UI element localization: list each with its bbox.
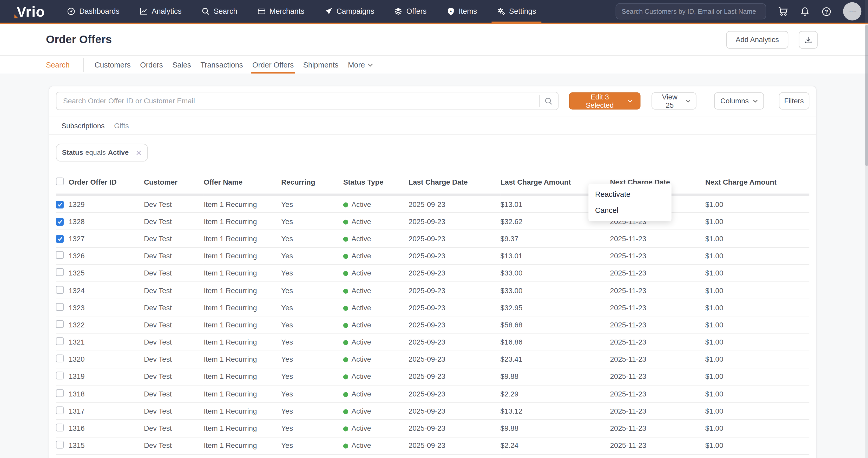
tab-subscriptions[interactable]: Subscriptions	[61, 122, 104, 130]
cell-checkbox[interactable]	[56, 212, 69, 230]
row-checkbox[interactable]	[56, 251, 64, 259]
row-checkbox[interactable]	[56, 218, 64, 226]
cell-checkbox[interactable]	[56, 402, 69, 420]
nav-item-settings[interactable]: Settings	[497, 0, 536, 23]
row-checkbox[interactable]	[56, 389, 64, 397]
cell-checkbox[interactable]	[56, 299, 69, 316]
row-checkbox[interactable]	[56, 441, 64, 449]
columns-button[interactable]: Columns	[714, 92, 764, 109]
scrollbar-thumb[interactable]	[865, 25, 868, 166]
row-checkbox[interactable]	[56, 424, 64, 431]
notifications-bell-icon[interactable]	[800, 6, 810, 16]
column-header-recurring[interactable]: Recurring	[281, 170, 343, 195]
edit-selected-button[interactable]: Edit 3 Selected	[569, 92, 640, 109]
cell-checkbox[interactable]	[56, 454, 69, 458]
cell-next-charge-amount: $1.00	[705, 195, 809, 213]
user-avatar[interactable]: 160×160	[843, 2, 861, 21]
offers-icon	[394, 7, 403, 15]
cell-checkbox[interactable]	[56, 230, 69, 247]
table-row[interactable]: 1328Dev TestItem 1 RecurringYesActive202…	[56, 212, 809, 230]
view-count-button[interactable]: View 25	[652, 92, 697, 109]
tab-gifts[interactable]: Gifts	[114, 122, 129, 130]
row-checkbox[interactable]	[56, 286, 64, 293]
cell-last-charge-amount: $32.95	[500, 299, 610, 316]
tab-order-offers[interactable]: Order Offers	[252, 56, 294, 73]
subnav-search-link[interactable]: Search	[46, 61, 70, 69]
filters-button[interactable]: Filters	[779, 92, 809, 109]
cell-checkbox[interactable]	[56, 437, 69, 454]
row-checkbox[interactable]	[56, 303, 64, 311]
tab-transactions[interactable]: Transactions	[200, 56, 243, 73]
column-header-status-type[interactable]: Status Type	[343, 170, 408, 195]
cell-order-offer-id: 1325	[69, 265, 144, 282]
help-icon[interactable]: ?	[822, 6, 831, 16]
global-search-input[interactable]	[616, 3, 766, 20]
column-header-offer-name[interactable]: Offer Name	[204, 170, 281, 195]
brand-logo[interactable]: Vrio	[17, 4, 45, 19]
select-all-checkbox[interactable]	[56, 177, 64, 185]
table-row[interactable]: 1316Dev TestItem 1 RecurringYesActive202…	[56, 420, 809, 437]
tab-shipments[interactable]: Shipments	[303, 56, 339, 73]
nav-item-items[interactable]: ★ Items	[446, 0, 477, 23]
nav-label: Dashboards	[79, 7, 120, 15]
menu-item-cancel[interactable]: Cancel	[588, 202, 672, 219]
add-analytics-button[interactable]: Add Analytics	[726, 31, 788, 48]
table-row[interactable]: 1325Dev TestItem 1 RecurringYesActive202…	[56, 265, 809, 282]
nav-item-dashboards[interactable]: Dashboards	[67, 0, 120, 23]
row-checkbox[interactable]	[56, 268, 64, 276]
nav-item-search[interactable]: Search	[202, 0, 237, 23]
table-row[interactable]: 1327Dev TestItem 1 RecurringYesActive202…	[56, 230, 809, 247]
cell-checkbox[interactable]	[56, 385, 69, 402]
cart-icon[interactable]	[778, 6, 788, 17]
tab-more[interactable]: More	[348, 61, 373, 69]
nav-item-merchants[interactable]: Merchants	[257, 0, 304, 23]
table-row[interactable]: 1314Dev TestItem 1 RecurringYesActive202…	[56, 454, 809, 458]
order-offer-search-input[interactable]	[56, 97, 539, 105]
table-row[interactable]: 1321Dev TestItem 1 RecurringYesActive202…	[56, 333, 809, 351]
row-checkbox[interactable]	[56, 406, 64, 414]
row-checkbox[interactable]	[56, 337, 64, 345]
table-row[interactable]: 1326Dev TestItem 1 RecurringYesActive202…	[56, 247, 809, 264]
cell-customer: Dev Test	[144, 437, 204, 454]
row-checkbox[interactable]	[56, 200, 64, 208]
table-row[interactable]: 1324Dev TestItem 1 RecurringYesActive202…	[56, 282, 809, 299]
page-scrollbar[interactable]	[865, 0, 868, 458]
download-button[interactable]	[799, 31, 817, 48]
row-checkbox[interactable]	[56, 355, 64, 362]
cell-checkbox[interactable]	[56, 351, 69, 368]
table-row[interactable]: 1320Dev TestItem 1 RecurringYesActive202…	[56, 351, 809, 368]
tab-orders[interactable]: Orders	[140, 56, 163, 73]
cell-recurring: Yes	[281, 333, 343, 351]
cell-checkbox[interactable]	[56, 420, 69, 437]
menu-item-reactivate[interactable]: Reactivate	[588, 187, 672, 202]
table-row[interactable]: 1329Dev TestItem 1 RecurringYesActive202…	[56, 195, 809, 213]
table-row[interactable]: 1322Dev TestItem 1 RecurringYesActive202…	[56, 316, 809, 333]
tab-customers[interactable]: Customers	[95, 56, 131, 73]
chip-close-icon[interactable]	[135, 150, 142, 156]
cell-checkbox[interactable]	[56, 195, 69, 213]
nav-item-campaigns[interactable]: Campaigns	[324, 0, 374, 23]
table-row[interactable]: 1318Dev TestItem 1 RecurringYesActive202…	[56, 385, 809, 402]
column-header-customer[interactable]: Customer	[144, 170, 204, 195]
column-header-next-charge-amount[interactable]: Next Charge Amount	[705, 170, 809, 195]
column-header-order-offer-id[interactable]: Order Offer ID	[69, 170, 144, 195]
tab-sales[interactable]: Sales	[172, 56, 191, 73]
table-row[interactable]: 1315Dev TestItem 1 RecurringYesActive202…	[56, 437, 809, 454]
nav-item-offers[interactable]: Offers	[394, 0, 427, 23]
cell-checkbox[interactable]	[56, 247, 69, 264]
row-checkbox[interactable]	[56, 320, 64, 328]
cell-checkbox[interactable]	[56, 368, 69, 385]
nav-item-analytics[interactable]: Analytics	[140, 0, 182, 23]
table-row[interactable]: 1319Dev TestItem 1 RecurringYesActive202…	[56, 368, 809, 385]
table-row[interactable]: 1317Dev TestItem 1 RecurringYesActive202…	[56, 402, 809, 420]
cell-checkbox[interactable]	[56, 265, 69, 282]
cell-checkbox[interactable]	[56, 316, 69, 333]
row-checkbox[interactable]	[56, 372, 64, 380]
cell-checkbox[interactable]	[56, 333, 69, 351]
row-checkbox[interactable]	[56, 235, 64, 243]
cell-checkbox[interactable]	[56, 282, 69, 299]
table-row[interactable]: 1323Dev TestItem 1 RecurringYesActive202…	[56, 299, 809, 316]
column-header-last-charge-date[interactable]: Last Charge Date	[408, 170, 500, 195]
search-submit-icon[interactable]	[539, 95, 558, 107]
cell-offer-name: Item 1 Recurring	[204, 230, 281, 247]
